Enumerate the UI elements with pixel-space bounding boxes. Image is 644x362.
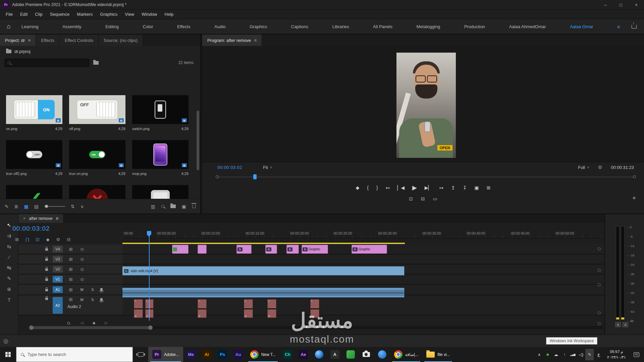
minimize-button[interactable]: – xyxy=(598,0,613,9)
time-ruler[interactable]: :00:0000:00:05:0000:00:10:0000:00:15:000… xyxy=(122,230,604,238)
project-item[interactable]: ON▦on.png4;29 xyxy=(6,95,62,131)
program-timecode[interactable]: 00:00:03:02 xyxy=(217,165,242,170)
go-to-out-button[interactable]: ↦ xyxy=(439,185,443,190)
workspace-tab-11[interactable]: Production xyxy=(464,24,485,29)
tab-source-no-clips-[interactable]: Source: (no clips) xyxy=(99,35,143,46)
graphic-clip[interactable]: fxGraphic xyxy=(302,245,328,254)
type-tool[interactable]: T xyxy=(7,297,10,303)
slip-tool[interactable]: ↹ xyxy=(7,265,11,271)
windows-ink-icon[interactable]: ✎ xyxy=(585,349,594,360)
timeline-timecode[interactable]: 00:00:03:02 xyxy=(12,225,50,232)
add-marker-button[interactable]: ◆ xyxy=(356,185,360,190)
project-item[interactable]: OFF▦trun off2.png4;29 xyxy=(6,140,62,176)
track-name-v2[interactable]: V2 xyxy=(53,266,63,273)
razor-tool[interactable]: ∕ xyxy=(9,254,10,260)
thumbnail-phone[interactable]: ▦ xyxy=(132,140,189,169)
workspace-tab-13[interactable]: Aalaa Omar xyxy=(570,24,593,29)
zoom-slider[interactable] xyxy=(44,206,65,207)
menu-window[interactable]: Window xyxy=(138,10,161,19)
track-resize-knob[interactable] xyxy=(598,322,601,325)
playback-resolution-dropdown[interactable]: Full∨ xyxy=(578,165,589,170)
menu-file[interactable]: File xyxy=(2,10,16,19)
snap-icon[interactable]: ⋂ xyxy=(25,237,29,242)
taskbar-app-ae[interactable]: Ae xyxy=(296,347,311,362)
lock-icon[interactable] xyxy=(45,258,48,261)
work-area-bar[interactable] xyxy=(122,243,405,244)
program-scrubber[interactable] xyxy=(202,172,644,181)
mark-out-button[interactable]: } xyxy=(376,185,378,190)
step-forward-button[interactable]: ▶▏ xyxy=(425,185,432,190)
captions-icon[interactable]: ⊟ xyxy=(67,237,70,242)
source-patch-icon[interactable]: ⊞ xyxy=(67,287,74,292)
find-icon[interactable] xyxy=(161,205,164,208)
horizontal-scrollbar-thumb[interactable] xyxy=(30,326,151,329)
lift-button[interactable]: ↥ xyxy=(451,185,455,190)
close-tab-icon[interactable]: × xyxy=(23,216,25,221)
taskbar-app-pr[interactable]: PrAdobe... xyxy=(148,347,183,362)
scrubber-track[interactable] xyxy=(217,177,635,177)
project-item[interactable]: ▦mop.png4;29 xyxy=(132,140,189,176)
lock-icon[interactable] xyxy=(45,268,48,271)
audio-clip-a2[interactable]: LR xyxy=(198,299,207,318)
status-green-icon[interactable]: ■ xyxy=(543,349,552,360)
mute-button[interactable]: M xyxy=(79,288,85,292)
volume-icon[interactable]: ◁) xyxy=(577,349,585,360)
playback-settings-button[interactable]: ⊟ xyxy=(421,196,425,201)
graphic-clip[interactable]: fx xyxy=(236,245,252,254)
lock-icon[interactable] xyxy=(45,298,48,300)
workspace-menu-icon[interactable]: ≡ xyxy=(617,24,620,29)
voiceover-mic-icon[interactable] xyxy=(100,298,103,301)
track-output-eye-icon[interactable]: ⊙ xyxy=(79,257,86,262)
source-patch-icon[interactable]: ⊞ xyxy=(67,297,74,302)
start-button[interactable] xyxy=(0,347,16,362)
list-view-icon[interactable]: ≣ xyxy=(14,204,18,209)
selection-tool[interactable]: ↖ xyxy=(7,222,11,228)
thumbnail-small-off[interactable]: OFF▦ xyxy=(6,140,62,169)
taskbar-app-green[interactable] xyxy=(343,347,359,362)
new-bin-icon[interactable] xyxy=(170,204,176,208)
tab-program[interactable]: Program: after remove ≡ xyxy=(202,35,262,46)
track-output-eye-icon[interactable]: ⊙ xyxy=(79,247,86,252)
next-keyframe-icon[interactable]: ▷ xyxy=(105,321,108,325)
tab-effects[interactable]: Effects xyxy=(36,35,60,46)
taskbar-app-me[interactable]: Me xyxy=(183,347,199,362)
track-name-v1[interactable]: V1 xyxy=(53,276,63,283)
lock-icon[interactable] xyxy=(45,279,48,281)
edit-pen-icon[interactable]: ✎ xyxy=(5,204,9,209)
export-frame-button[interactable]: ▣ xyxy=(475,185,479,190)
button-editor-add-icon[interactable]: + xyxy=(632,194,636,202)
workspace-tab-12[interactable]: Aalaa AhmedOmar xyxy=(509,24,546,29)
project-item[interactable]: ▦switch.png4;29 xyxy=(132,95,189,131)
graphic-clip[interactable] xyxy=(172,245,189,254)
panel-menu-icon[interactable]: ≡ xyxy=(254,38,257,43)
linked-selection-icon[interactable]: ⊡ xyxy=(36,237,40,242)
zoom-handle-right[interactable] xyxy=(148,325,153,330)
workspace-tab-2[interactable]: Editing xyxy=(105,24,119,29)
track-resize-knob[interactable] xyxy=(598,283,601,286)
ripple-edit-tool[interactable]: ⇆ xyxy=(7,244,11,250)
freeform-view-icon[interactable]: ▤ xyxy=(34,204,39,209)
pen-tool[interactable]: ✎ xyxy=(7,276,11,282)
solo-right-button[interactable]: S xyxy=(623,322,628,327)
comparison-view-button[interactable]: ▭ xyxy=(433,196,437,201)
hand-tool[interactable]: ⊕ xyxy=(7,286,11,292)
video-clip[interactable]: fxvido edit.mp4 [V] xyxy=(122,266,405,276)
menu-graphics[interactable]: Graphics xyxy=(96,10,121,19)
audio-clip-a2[interactable]: LR xyxy=(134,299,143,318)
lock-icon[interactable] xyxy=(45,248,48,251)
audio-clip-a2[interactable]: LR xyxy=(267,299,276,318)
scrubber-playhead[interactable] xyxy=(253,174,257,179)
menu-sequence[interactable]: Sequence xyxy=(46,10,73,19)
taskbar-search-input[interactable]: Type here to search xyxy=(16,347,133,362)
workspace-tab-7[interactable]: Captions xyxy=(291,24,308,29)
track-resize-knob[interactable] xyxy=(598,311,601,314)
home-icon[interactable]: ⌂ xyxy=(0,23,17,30)
status-sync-icon[interactable]: ◎ xyxy=(3,338,8,345)
delete-icon[interactable] xyxy=(192,204,196,208)
filter-bin-icon[interactable] xyxy=(93,61,99,65)
automate-sequence-icon[interactable]: ▥ xyxy=(151,204,155,209)
track-name-v3[interactable]: V3 xyxy=(53,256,63,262)
bin-row[interactable]: dr.prproj xyxy=(0,46,200,57)
solo-button[interactable]: S xyxy=(90,298,96,302)
play-button[interactable]: ▶ xyxy=(412,184,417,191)
